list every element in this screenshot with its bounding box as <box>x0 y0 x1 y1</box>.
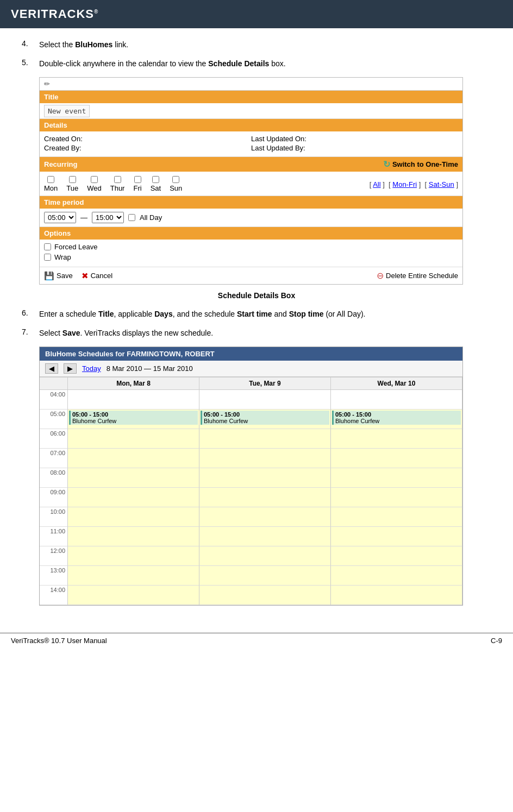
delete-button[interactable]: ⊖ Delete Entire Schedule <box>377 270 458 281</box>
page-footer: VeriTracks® 10.7 User Manual C-9 <box>0 633 513 648</box>
title-input[interactable]: New event <box>44 105 90 117</box>
nav-next-button[interactable]: ▶ <box>64 363 77 374</box>
event-wed[interactable]: 05:00 - 15:00 Bluhome Curfew <box>332 411 461 425</box>
switch-one-time-btn[interactable]: ↻ Switch to One-Time <box>383 159 458 169</box>
calendar-widget: BluHome Schedules for FARMINGTOWN, ROBER… <box>39 347 463 606</box>
cell-mon-0800[interactable] <box>68 468 199 488</box>
cell-tue-1000[interactable] <box>199 507 331 527</box>
app-header: VeriTracks® <box>0 0 513 28</box>
day-thur: Thur <box>110 176 125 192</box>
day-checkboxes: Mon Tue Wed Thur Fri <box>44 176 182 192</box>
schedule-box-caption: Schedule Details Box <box>22 291 491 300</box>
title-label: Title <box>44 93 59 101</box>
cell-tue-1400[interactable] <box>199 586 331 605</box>
cell-tue-1200[interactable] <box>199 546 331 566</box>
today-button[interactable]: Today <box>82 364 101 373</box>
end-time-select[interactable]: 15:00 <box>92 212 124 223</box>
checkbox-wed[interactable] <box>91 176 98 183</box>
days-row: Mon Tue Wed Thur Fri <box>40 172 462 196</box>
step-6-num: 6. <box>22 309 39 317</box>
cell-wed-1400[interactable] <box>331 586 462 605</box>
forced-leave-checkbox[interactable] <box>44 243 51 250</box>
recurring-header: Recurring ↻ Switch to One-Time <box>40 157 462 172</box>
cell-tue-1300[interactable] <box>199 566 331 586</box>
cell-tue-0400[interactable] <box>199 390 331 410</box>
days-quick-links: [ All ] [ Mon-Fri ] [ Sat-Sun ] <box>370 180 458 188</box>
main-content: 4. Select the BluHomes link. 5. Double-c… <box>0 28 513 622</box>
cell-tue-1100[interactable] <box>199 527 331 546</box>
cell-tue-0800[interactable] <box>199 468 331 488</box>
cell-mon-1400[interactable] <box>68 586 199 605</box>
checkbox-thur[interactable] <box>114 176 121 183</box>
forced-leave-row: Forced Leave <box>44 243 458 251</box>
checkbox-sat[interactable] <box>152 176 159 183</box>
step-5: 5. Double-click anywhere in the calendar… <box>22 58 491 70</box>
step-7: 7. Select Save. VeriTracks displays the … <box>22 328 491 339</box>
cell-mon-1200[interactable] <box>68 546 199 566</box>
link-sat-sun[interactable]: Sat-Sun <box>429 180 454 188</box>
cell-mon-0700[interactable] <box>68 449 199 468</box>
nav-prev-button[interactable]: ◀ <box>45 363 58 374</box>
cell-wed-0800[interactable] <box>331 468 462 488</box>
title-section-header: Title <box>40 91 462 103</box>
time-1000: 10:00 <box>40 507 68 527</box>
cell-mon-0600[interactable] <box>68 429 199 449</box>
cell-wed-1000[interactable] <box>331 507 462 527</box>
title-bold: Title <box>98 310 114 318</box>
delete-icon: ⊖ <box>377 270 384 281</box>
event-mon-time: 05:00 - 15:00 <box>72 411 196 418</box>
step-7-num: 7. <box>22 328 39 336</box>
schedule-details-bold: Schedule Details <box>208 59 269 68</box>
event-tue[interactable]: 05:00 - 15:00 Bluhome Curfew <box>201 411 329 425</box>
pencil-icon: ✏ <box>44 80 50 88</box>
cell-mon-1000[interactable] <box>68 507 199 527</box>
day-sat: Sat <box>151 176 161 192</box>
bluhomes-link[interactable]: BluHomes <box>75 40 112 49</box>
wrap-checkbox[interactable] <box>44 254 51 261</box>
all-day-checkbox[interactable] <box>128 214 135 221</box>
logo-sup: ® <box>94 9 98 15</box>
calendar-title: BluHome Schedules for FARMINGTOWN, ROBER… <box>45 350 215 358</box>
time-1200: 12:00 <box>40 546 68 566</box>
event-mon[interactable]: 05:00 - 15:00 Bluhome Curfew <box>69 411 198 425</box>
details-section-header: Details <box>40 119 462 131</box>
checkbox-sun[interactable] <box>172 176 179 183</box>
link-mon-fri[interactable]: Mon-Fri <box>392 180 417 188</box>
cell-wed-0400[interactable] <box>331 390 462 410</box>
calendar-grid: Mon, Mar 8 Tue, Mar 9 Wed, Mar 10 04:00 … <box>40 377 462 605</box>
cancel-button[interactable]: ✖ Cancel <box>82 271 112 281</box>
cell-wed-1200[interactable] <box>331 546 462 566</box>
link-all[interactable]: All <box>373 180 380 188</box>
cell-tue-0500[interactable]: 05:00 - 15:00 Bluhome Curfew <box>199 410 331 429</box>
cell-mon-1300[interactable] <box>68 566 199 586</box>
cell-mon-1100[interactable] <box>68 527 199 546</box>
wrap-row: Wrap <box>44 253 458 261</box>
cell-wed-1100[interactable] <box>331 527 462 546</box>
label-tue: Tue <box>66 184 78 192</box>
start-time-select[interactable]: 05:00 <box>44 212 76 223</box>
save-button[interactable]: 💾 Save <box>44 271 73 281</box>
start-time-bold: Start time <box>237 310 272 318</box>
last-updated-by-label: Last Updated By: <box>251 144 458 152</box>
save-label: Save <box>57 272 73 280</box>
event-tue-time: 05:00 - 15:00 <box>204 411 328 418</box>
cell-tue-0600[interactable] <box>199 429 331 449</box>
cell-wed-0900[interactable] <box>331 488 462 507</box>
cell-mon-0500[interactable]: 05:00 - 15:00 Bluhome Curfew <box>68 410 199 429</box>
cell-tue-0700[interactable] <box>199 449 331 468</box>
switch-one-time-label: Switch to One-Time <box>392 160 458 168</box>
cell-wed-1300[interactable] <box>331 566 462 586</box>
cell-wed-0700[interactable] <box>331 449 462 468</box>
cell-wed-0500[interactable]: 05:00 - 15:00 Bluhome Curfew <box>331 410 462 429</box>
col-header-tue: Tue, Mar 9 <box>199 377 331 390</box>
cell-wed-0600[interactable] <box>331 429 462 449</box>
cell-tue-0900[interactable] <box>199 488 331 507</box>
checkbox-tue[interactable] <box>69 176 76 183</box>
checkbox-mon[interactable] <box>47 176 54 183</box>
step-4-text: Select the BluHomes link. <box>39 39 128 51</box>
cell-mon-0900[interactable] <box>68 488 199 507</box>
delete-label: Delete Entire Schedule <box>386 272 458 280</box>
checkbox-fri[interactable] <box>134 176 141 183</box>
cell-mon-0400[interactable] <box>68 390 199 410</box>
day-wed: Wed <box>87 176 102 192</box>
